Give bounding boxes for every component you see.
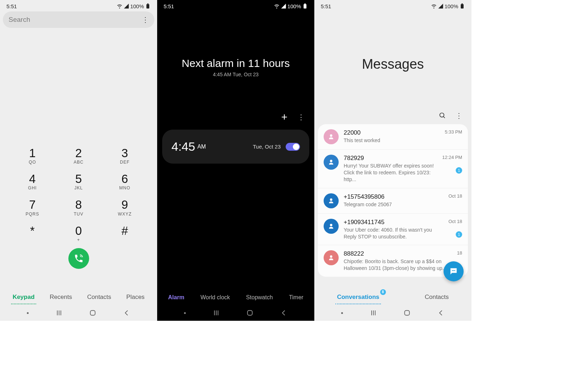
message-preview: Your Uber code: 4060. If this wasn't you… bbox=[344, 227, 446, 240]
more-icon[interactable]: ⋮ bbox=[297, 113, 304, 121]
nav-dot bbox=[184, 312, 186, 314]
conversation-item[interactable]: 782929Hurry! Your SUBWAY offer expires s… bbox=[318, 150, 468, 188]
status-bar: 5:51 100% bbox=[314, 0, 471, 11]
svg-point-8 bbox=[440, 113, 444, 117]
keypad-key-6[interactable]: 6MNO bbox=[105, 170, 145, 193]
key-letters: GHI bbox=[13, 185, 52, 190]
status-bar: 5:51 100% bbox=[0, 0, 157, 11]
svg-point-11 bbox=[454, 270, 455, 271]
next-alarm-subhead: 4:45 AM Tue, Oct 23 bbox=[157, 72, 314, 77]
keypad-key-5[interactable]: 5JKL bbox=[59, 170, 98, 193]
avatar bbox=[324, 219, 339, 234]
search-placeholder: Search bbox=[9, 16, 30, 24]
tab-stopwatch[interactable]: Stopwatch bbox=[245, 291, 274, 304]
compose-button[interactable] bbox=[444, 261, 464, 281]
message-time: Oct 18 bbox=[449, 219, 462, 224]
more-icon[interactable]: ⋮ bbox=[142, 15, 149, 24]
key-digit: 3 bbox=[105, 147, 145, 160]
compose-icon bbox=[449, 267, 458, 276]
messages-tabs: Conversations 8 Contacts bbox=[314, 291, 471, 304]
home-nav-icon[interactable] bbox=[246, 309, 253, 316]
key-digit: 5 bbox=[59, 173, 98, 185]
keypad-key-3[interactable]: 3DEF bbox=[105, 145, 145, 168]
recents-nav-icon[interactable] bbox=[55, 309, 63, 316]
message-preview: This test worked bbox=[344, 137, 442, 144]
conversation-item[interactable]: 22000This test worked5:33 PM bbox=[318, 124, 468, 150]
keypad-key-9[interactable]: 9WXYZ bbox=[105, 196, 145, 219]
recents-nav-icon[interactable] bbox=[370, 309, 377, 316]
recents-nav-icon[interactable] bbox=[213, 309, 220, 316]
avatar bbox=[324, 250, 339, 265]
search-icon[interactable] bbox=[439, 112, 446, 119]
svg-rect-3 bbox=[304, 4, 306, 9]
home-nav-icon[interactable] bbox=[89, 309, 96, 316]
person-icon bbox=[328, 254, 335, 261]
back-nav-icon[interactable] bbox=[437, 309, 445, 316]
keypad-key-*[interactable]: * bbox=[13, 222, 52, 245]
tab-contacts[interactable]: Contacts bbox=[423, 291, 450, 304]
key-digit: 8 bbox=[59, 198, 98, 211]
keypad-key-2[interactable]: 2ABC bbox=[59, 145, 98, 168]
message-time: 5:33 PM bbox=[445, 129, 462, 135]
key-digit: 9 bbox=[105, 198, 145, 211]
person-icon bbox=[328, 197, 335, 204]
keypad-key-4[interactable]: 4GHI bbox=[13, 170, 52, 193]
tab-places[interactable]: Places bbox=[125, 291, 146, 304]
wifi-icon bbox=[431, 3, 437, 9]
person-icon bbox=[328, 159, 335, 166]
phone-app-screen: 5:51 100% Search ⋮ 1QO2ABC3DEF4GHI5JKL6M… bbox=[0, 0, 157, 321]
dialer-keypad: 1QO2ABC3DEF4GHI5JKL6MNO7PQRS8TUV9WXYZ*0+… bbox=[0, 145, 157, 269]
key-letters: + bbox=[59, 237, 98, 242]
home-nav-icon[interactable] bbox=[403, 309, 411, 316]
alarm-date: Tue, Oct 23 bbox=[253, 144, 281, 150]
conversation-item[interactable]: +15754395806Telegram code 25067Oct 18 bbox=[318, 188, 468, 214]
keypad-key-7[interactable]: 7PQRS bbox=[13, 196, 52, 219]
wifi-icon bbox=[117, 3, 122, 9]
nav-dot bbox=[341, 312, 343, 314]
add-alarm-button[interactable]: + bbox=[281, 112, 287, 122]
key-letters: TUV bbox=[59, 212, 98, 217]
battery-percent: 100% bbox=[445, 3, 458, 9]
message-time: 18 bbox=[457, 250, 462, 256]
svg-rect-5 bbox=[248, 310, 252, 315]
tab-conversations[interactable]: Conversations 8 bbox=[335, 291, 381, 304]
tab-world-clock[interactable]: World clock bbox=[199, 291, 231, 304]
call-button[interactable] bbox=[68, 248, 89, 269]
back-nav-icon[interactable] bbox=[280, 309, 287, 316]
key-letters: ABC bbox=[59, 160, 98, 165]
battery-percent: 100% bbox=[130, 3, 144, 9]
system-nav-bar bbox=[314, 305, 471, 321]
keypad-key-#[interactable]: # bbox=[105, 222, 145, 245]
key-digit: 6 bbox=[105, 173, 145, 185]
status-time: 5:51 bbox=[164, 3, 174, 9]
tab-recents[interactable]: Recents bbox=[48, 291, 73, 304]
svg-rect-2 bbox=[91, 310, 95, 315]
conversation-item[interactable]: +19093411745Your Uber code: 4060. If thi… bbox=[318, 214, 468, 246]
sender-name: +19093411745 bbox=[344, 219, 446, 226]
tab-contacts[interactable]: Contacts bbox=[86, 291, 112, 304]
more-icon[interactable]: ⋮ bbox=[455, 111, 462, 120]
alarm-toggle[interactable] bbox=[286, 143, 300, 151]
next-alarm-headline: Next alarm in 11 hours bbox=[157, 57, 314, 69]
keypad-key-0[interactable]: 0+ bbox=[59, 222, 98, 245]
search-bar[interactable]: Search ⋮ bbox=[3, 11, 154, 28]
sender-name: 888222 bbox=[344, 250, 454, 257]
signal-icon bbox=[281, 3, 286, 9]
tab-timer[interactable]: Timer bbox=[287, 291, 305, 304]
keypad-key-1[interactable]: 1QO bbox=[13, 145, 52, 168]
svg-rect-12 bbox=[405, 310, 410, 315]
avatar bbox=[324, 155, 339, 170]
back-nav-icon[interactable] bbox=[123, 309, 130, 316]
svg-rect-0 bbox=[146, 4, 149, 9]
tab-keypad[interactable]: Keypad bbox=[11, 291, 36, 304]
key-digit: * bbox=[13, 224, 52, 237]
wifi-icon bbox=[274, 3, 280, 9]
alarm-card[interactable]: 4:45 AM Tue, Oct 23 bbox=[162, 130, 309, 164]
svg-rect-6 bbox=[461, 4, 464, 9]
tab-alarm[interactable]: Alarm bbox=[167, 291, 186, 304]
messages-app-screen: 5:51 100% Messages ⋮ 22000This test work… bbox=[314, 0, 471, 321]
clock-tabs: AlarmWorld clockStopwatchTimer bbox=[157, 291, 314, 304]
sender-name: 782929 bbox=[344, 155, 439, 162]
keypad-key-8[interactable]: 8TUV bbox=[59, 196, 98, 219]
key-digit: 0 bbox=[59, 224, 98, 237]
